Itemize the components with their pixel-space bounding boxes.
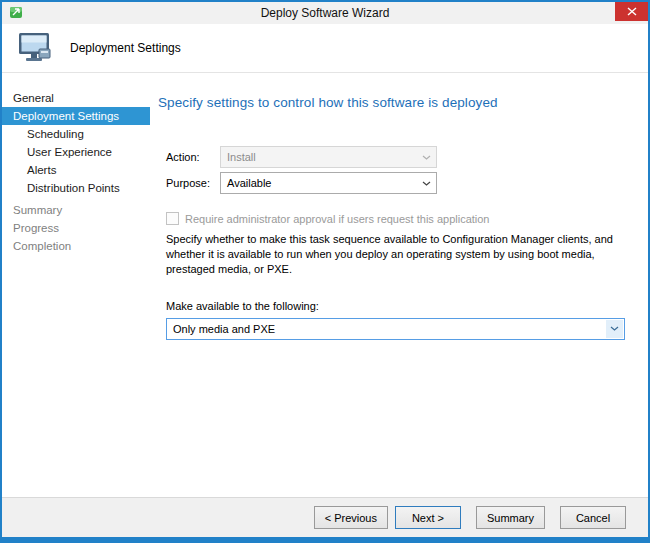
window-title: Deploy Software Wizard: [261, 6, 390, 20]
main-panel: Specify settings to control how this sof…: [150, 73, 648, 497]
previous-button[interactable]: < Previous: [314, 506, 388, 529]
wizard-nav: General Deployment Settings Scheduling U…: [2, 73, 150, 497]
purpose-row: Purpose: Available: [166, 172, 634, 194]
make-available-dropdown[interactable]: Only media and PXE: [166, 318, 625, 340]
sidebar-item-completion[interactable]: Completion: [2, 237, 150, 255]
summary-button[interactable]: Summary: [476, 506, 545, 529]
deploy-software-wizard-window: Deploy Software Wizard Deployment Settin…: [0, 0, 650, 543]
action-value: Install: [227, 151, 256, 163]
close-button[interactable]: [615, 2, 648, 21]
make-available-label: Make available to the following:: [166, 300, 634, 312]
make-available-value: Only media and PXE: [173, 323, 275, 335]
sidebar-item-user-experience[interactable]: User Experience: [2, 143, 150, 161]
wizard-body: General Deployment Settings Scheduling U…: [2, 73, 648, 497]
sidebar-item-alerts[interactable]: Alerts: [2, 161, 150, 179]
wizard-app-icon: [9, 5, 24, 20]
purpose-label: Purpose:: [166, 177, 220, 189]
chevron-down-icon: [418, 174, 435, 192]
sidebar-item-deployment-settings[interactable]: Deployment Settings: [2, 107, 150, 125]
sidebar-item-distribution-points[interactable]: Distribution Points: [2, 179, 150, 197]
approval-checkbox-label: Require administrator approval if users …: [185, 213, 490, 225]
sidebar-item-summary[interactable]: Summary: [2, 201, 150, 219]
chevron-down-icon: [606, 320, 623, 338]
page-title: Deployment Settings: [70, 41, 181, 55]
form-block: Action: Install Purpose: Available: [166, 146, 634, 340]
action-row: Action: Install: [166, 146, 634, 168]
task-sequence-description: Specify whether to make this task sequen…: [166, 232, 631, 278]
approval-checkbox-row: Require administrator approval if users …: [166, 212, 634, 225]
chevron-down-icon: [418, 148, 435, 166]
cancel-button[interactable]: Cancel: [560, 506, 626, 529]
purpose-dropdown[interactable]: Available: [220, 172, 437, 194]
close-icon: [627, 7, 637, 16]
sidebar-item-general[interactable]: General: [2, 89, 150, 107]
action-label: Action:: [166, 151, 220, 163]
wizard-footer: < Previous Next > Summary Cancel: [2, 497, 648, 537]
section-heading: Specify settings to control how this sof…: [158, 95, 634, 110]
sidebar-item-progress[interactable]: Progress: [2, 219, 150, 237]
deployment-settings-icon: [14, 30, 54, 66]
action-dropdown: Install: [220, 146, 437, 168]
wizard-header: Deployment Settings: [2, 24, 648, 73]
purpose-value: Available: [227, 177, 271, 189]
approval-checkbox: [166, 212, 179, 225]
sidebar-item-scheduling[interactable]: Scheduling: [2, 125, 150, 143]
title-bar: Deploy Software Wizard: [2, 2, 648, 24]
next-button[interactable]: Next >: [395, 506, 461, 529]
